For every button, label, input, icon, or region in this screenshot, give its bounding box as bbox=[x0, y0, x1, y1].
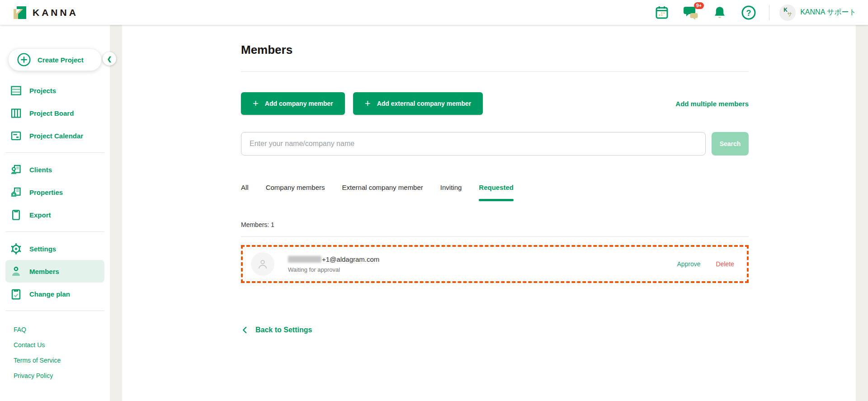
top-app-bar: KANNA 9+ bbox=[0, 0, 868, 25]
sidebar-item-clients[interactable]: Clients bbox=[0, 158, 110, 181]
kanna-logo-icon bbox=[14, 6, 26, 19]
sidebar-item-export[interactable]: Export bbox=[0, 203, 110, 226]
sidebar-item-projects[interactable]: Projects bbox=[0, 79, 110, 102]
sidebar-item-label: Change plan bbox=[29, 290, 70, 298]
sidebar-item-members[interactable]: Members bbox=[5, 260, 104, 283]
add-company-member-label: Add company member bbox=[265, 100, 333, 107]
avatar-initial-2: サ bbox=[787, 11, 792, 18]
search-button[interactable]: Search bbox=[712, 132, 749, 156]
plus-circle-icon bbox=[17, 52, 31, 67]
bell-icon[interactable] bbox=[711, 4, 728, 21]
member-email-suffix: +1@aldagram.com bbox=[322, 255, 379, 263]
projects-rows-icon bbox=[10, 85, 22, 97]
sidebar-item-label: Properties bbox=[29, 189, 63, 196]
create-project-button[interactable]: Create Project bbox=[8, 48, 102, 71]
header-divider bbox=[769, 5, 769, 20]
redaction-box bbox=[288, 256, 321, 263]
divider bbox=[241, 71, 749, 72]
clipboard-check-icon bbox=[10, 288, 22, 300]
sidebar-divider bbox=[5, 311, 104, 311]
logo-wordmark: KANNA bbox=[33, 7, 78, 18]
account-name-label[interactable]: KANNA サポート bbox=[800, 8, 856, 17]
sidebar-item-label: Project Calendar bbox=[29, 132, 83, 140]
add-company-member-button[interactable]: + Add company member bbox=[241, 92, 345, 115]
sidebar-item-label: Export bbox=[29, 211, 51, 219]
plus-icon: + bbox=[365, 99, 371, 109]
help-icon[interactable]: ? bbox=[740, 4, 757, 21]
sidebar-item-label: Settings bbox=[29, 245, 56, 253]
add-external-company-member-button[interactable]: + Add external company member bbox=[353, 92, 483, 115]
main-panel: Members + Add company member + Add exter… bbox=[122, 25, 856, 401]
page-title: Members bbox=[241, 25, 749, 57]
chevron-left-icon bbox=[241, 326, 249, 334]
tab-all[interactable]: All bbox=[241, 184, 249, 198]
sidebar-item-settings[interactable]: Settings bbox=[0, 237, 110, 260]
tab-external-company-member[interactable]: External company member bbox=[342, 184, 423, 198]
gear-icon bbox=[10, 243, 22, 255]
chat-unread-badge: 9+ bbox=[694, 2, 704, 9]
add-external-company-member-label: Add external company member bbox=[377, 100, 472, 107]
user-avatar[interactable]: K サ bbox=[779, 5, 796, 21]
member-email: +1@aldagram.com bbox=[288, 255, 379, 263]
sidebar-item-properties[interactable]: Properties bbox=[0, 181, 110, 203]
add-multiple-members-link[interactable]: Add multiple members bbox=[675, 100, 749, 108]
kanna-logo[interactable]: KANNA bbox=[14, 6, 78, 19]
back-to-settings-link[interactable]: Back to Settings bbox=[241, 326, 749, 334]
page-gutter bbox=[110, 25, 122, 401]
sidebar-item-label: Project Board bbox=[29, 109, 74, 117]
tab-requested[interactable]: Requested bbox=[479, 184, 514, 198]
create-project-label: Create Project bbox=[38, 56, 84, 64]
delete-link[interactable]: Delete bbox=[716, 260, 734, 268]
sidebar-link-terms[interactable]: Terms of Service bbox=[0, 353, 110, 368]
sidebar-divider bbox=[5, 231, 104, 232]
members-count: Members: 1 bbox=[241, 221, 749, 228]
sidebar-item-project-calendar[interactable]: Project Calendar bbox=[0, 124, 110, 147]
approve-link[interactable]: Approve bbox=[677, 260, 700, 268]
tab-inviting[interactable]: Inviting bbox=[440, 184, 462, 198]
member-avatar bbox=[251, 252, 274, 276]
chat-icon[interactable]: 9+ bbox=[682, 4, 699, 21]
requested-member-row: +1@aldagram.com Waiting for approval App… bbox=[241, 245, 749, 283]
sidebar-link-faq[interactable]: FAQ bbox=[0, 322, 110, 337]
sidebar-collapse-button[interactable]: ❮ bbox=[103, 52, 116, 66]
divider bbox=[241, 236, 749, 237]
export-clipboard-icon bbox=[10, 209, 22, 221]
sidebar: Create Project Projects Project Board bbox=[0, 25, 110, 401]
board-columns-icon bbox=[10, 107, 22, 119]
back-to-settings-label: Back to Settings bbox=[255, 326, 312, 334]
plus-icon: + bbox=[253, 99, 259, 109]
member-status: Waiting for approval bbox=[288, 266, 379, 273]
person-icon bbox=[10, 265, 22, 278]
sidebar-item-project-board[interactable]: Project Board bbox=[0, 102, 110, 124]
house-doc-icon bbox=[10, 186, 22, 198]
sidebar-divider bbox=[5, 152, 104, 153]
sidebar-item-label: Clients bbox=[29, 166, 52, 174]
member-filter-tabs: All Company members External company mem… bbox=[241, 184, 749, 198]
calendar-doc-icon bbox=[10, 130, 22, 142]
tab-company-members[interactable]: Company members bbox=[266, 184, 325, 198]
client-person-doc-icon bbox=[10, 164, 22, 176]
sidebar-item-change-plan[interactable]: Change plan bbox=[0, 283, 110, 305]
sidebar-link-contact-us[interactable]: Contact Us bbox=[0, 337, 110, 353]
search-input[interactable] bbox=[241, 132, 706, 156]
svg-text:?: ? bbox=[746, 9, 751, 18]
calendar-icon[interactable] bbox=[653, 4, 670, 21]
sidebar-link-privacy[interactable]: Privacy Policy bbox=[0, 368, 110, 383]
sidebar-item-label: Projects bbox=[29, 87, 56, 94]
sidebar-item-label: Members bbox=[29, 268, 59, 275]
person-placeholder-icon bbox=[256, 257, 269, 271]
